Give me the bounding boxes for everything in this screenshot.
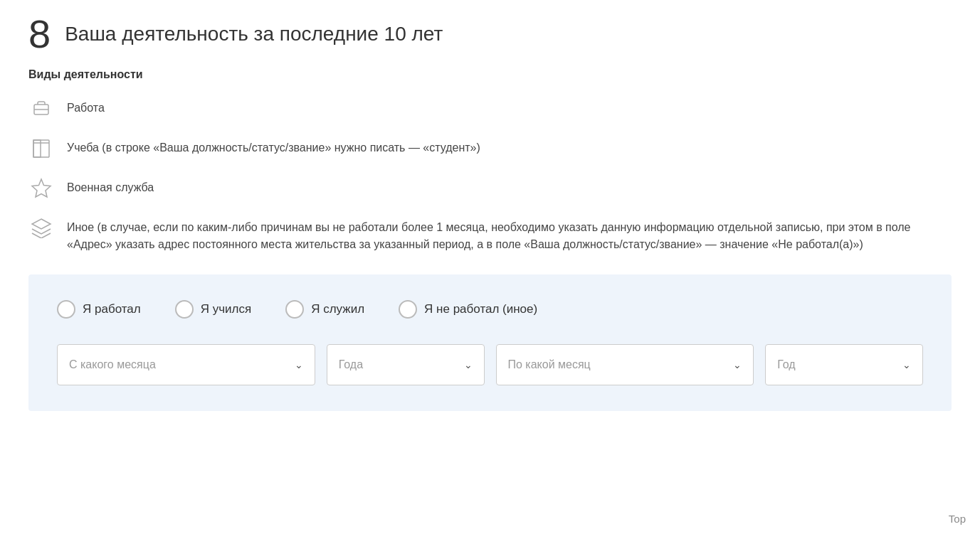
- radio-option-other[interactable]: Я не работал (иное): [399, 300, 537, 319]
- radio-row: Я работал Я учился Я служил Я не работал…: [57, 300, 923, 319]
- to-year-placeholder: Год: [777, 358, 795, 371]
- from-year-dropdown[interactable]: Года ⌄: [327, 344, 485, 385]
- from-month-placeholder: С какого месяца: [69, 358, 156, 371]
- activity-military-text: Военная служба: [67, 175, 154, 196]
- layers-icon: [28, 215, 54, 240]
- to-month-arrow-icon: ⌄: [733, 359, 742, 370]
- briefcase-icon: [28, 95, 54, 121]
- page-container: 8 Ваша деятельность за последние 10 лет …: [0, 0, 980, 439]
- radio-option-studied[interactable]: Я учился: [175, 300, 251, 319]
- svg-marker-6: [32, 219, 51, 229]
- from-month-dropdown[interactable]: С какого месяца ⌄: [57, 344, 315, 385]
- radio-label-other: Я не работал (иное): [424, 302, 537, 316]
- form-panel: Я работал Я учился Я служил Я не работал…: [28, 274, 952, 411]
- from-year-placeholder: Года: [339, 358, 363, 371]
- to-year-arrow-icon: ⌄: [902, 359, 911, 370]
- to-month-dropdown[interactable]: По какой месяц ⌄: [496, 344, 754, 385]
- activity-list: Работа Учеба (в строке «Ваша должность/с…: [28, 95, 952, 253]
- radio-circle-other[interactable]: [399, 300, 417, 319]
- to-month-placeholder: По какой месяц: [508, 358, 591, 371]
- activity-other-text: Иное (в случае, если по каким-либо причи…: [67, 215, 952, 253]
- radio-option-worked[interactable]: Я работал: [57, 300, 141, 319]
- svg-marker-5: [32, 179, 51, 197]
- dropdowns-row: С какого месяца ⌄ Года ⌄ По какой месяц …: [57, 344, 923, 385]
- radio-label-studied: Я учился: [201, 302, 251, 316]
- book-icon: [28, 135, 54, 161]
- star-icon: [28, 175, 54, 201]
- radio-circle-worked[interactable]: [57, 300, 75, 319]
- activity-types-label: Виды деятельности: [28, 68, 952, 81]
- to-year-dropdown[interactable]: Год ⌄: [765, 344, 923, 385]
- section-number: 8: [28, 14, 51, 54]
- radio-circle-served[interactable]: [285, 300, 304, 319]
- activity-item-study: Учеба (в строке «Ваша должность/статус/з…: [28, 135, 952, 161]
- radio-circle-studied[interactable]: [175, 300, 194, 319]
- section-title: Ваша деятельность за последние 10 лет: [65, 23, 443, 46]
- activity-item-military: Военная служба: [28, 175, 952, 201]
- activity-item-work: Работа: [28, 95, 952, 121]
- activity-study-text: Учеба (в строке «Ваша должность/статус/з…: [67, 135, 480, 156]
- section-header: 8 Ваша деятельность за последние 10 лет: [28, 14, 952, 54]
- from-year-arrow-icon: ⌄: [464, 359, 473, 370]
- from-month-arrow-icon: ⌄: [295, 359, 303, 370]
- radio-label-worked: Я работал: [83, 302, 141, 316]
- activity-work-text: Работа: [67, 95, 105, 117]
- radio-option-served[interactable]: Я служил: [285, 300, 364, 319]
- top-label: Top: [949, 513, 966, 525]
- radio-label-served: Я служил: [311, 302, 364, 316]
- activity-item-other: Иное (в случае, если по каким-либо причи…: [28, 215, 952, 253]
